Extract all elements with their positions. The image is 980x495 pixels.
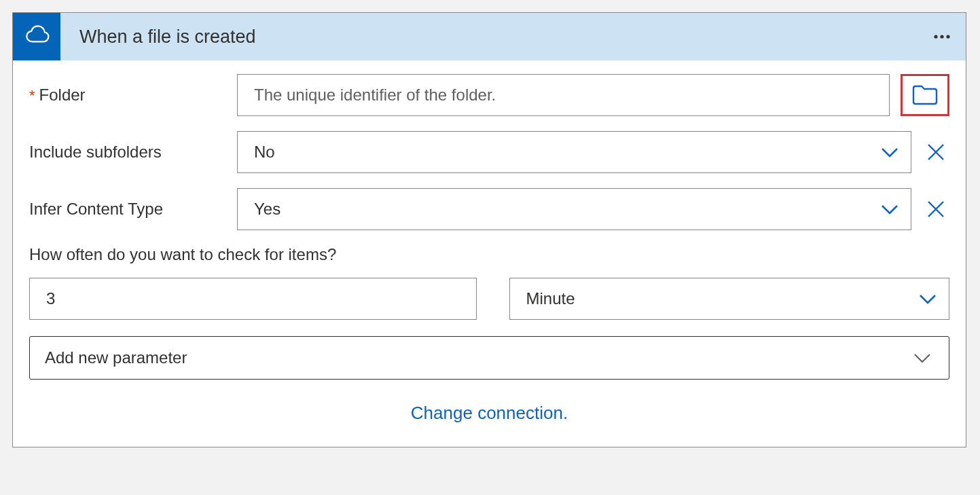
add-new-parameter-select[interactable]: Add new parameter [29,336,949,380]
change-connection-link[interactable]: Change connection. [29,396,949,430]
folder-row: * Folder [29,74,949,116]
interval-value-input[interactable] [29,278,477,320]
required-star: * [29,87,35,105]
include-subfolders-select[interactable]: No [237,131,911,173]
onedrive-icon [13,13,60,60]
folder-input[interactable] [237,74,890,116]
chevron-down-icon [878,141,901,164]
trigger-card: When a file is created * Folder [12,12,966,447]
card-body: * Folder Include subfolders No [13,60,966,447]
remove-infer-content-type-button[interactable] [922,196,949,223]
svg-point-2 [946,35,949,38]
ellipsis-icon [930,24,954,49]
add-parameter-label: Add new parameter [45,348,911,367]
polling-question: How often do you want to check for items… [29,245,949,264]
infer-content-type-label: Infer Content Type [29,200,237,219]
infer-content-type-row: Infer Content Type Yes [29,188,949,230]
infer-content-type-value: Yes [254,200,878,219]
chevron-down-icon [878,198,901,221]
polling-row: Minute [29,278,949,320]
card-header: When a file is created [13,13,966,60]
interval-unit-select[interactable]: Minute [509,278,950,320]
include-subfolders-value: No [254,143,878,162]
folder-picker-button[interactable] [901,74,949,116]
svg-point-1 [940,35,943,38]
svg-point-0 [934,35,937,38]
folder-label-text: Folder [39,86,86,105]
close-icon [926,142,946,162]
folder-icon [911,84,939,107]
include-subfolders-label: Include subfolders [29,143,237,162]
remove-include-subfolders-button[interactable] [922,139,949,166]
chevron-down-icon [916,287,939,310]
chevron-down-icon [911,346,934,369]
card-title: When a file is created [60,26,918,48]
close-icon [926,199,946,219]
card-menu-button[interactable] [918,13,966,60]
interval-unit-value: Minute [526,289,917,308]
infer-content-type-select[interactable]: Yes [237,188,911,230]
include-subfolders-row: Include subfolders No [29,131,949,173]
folder-label: * Folder [29,86,237,105]
